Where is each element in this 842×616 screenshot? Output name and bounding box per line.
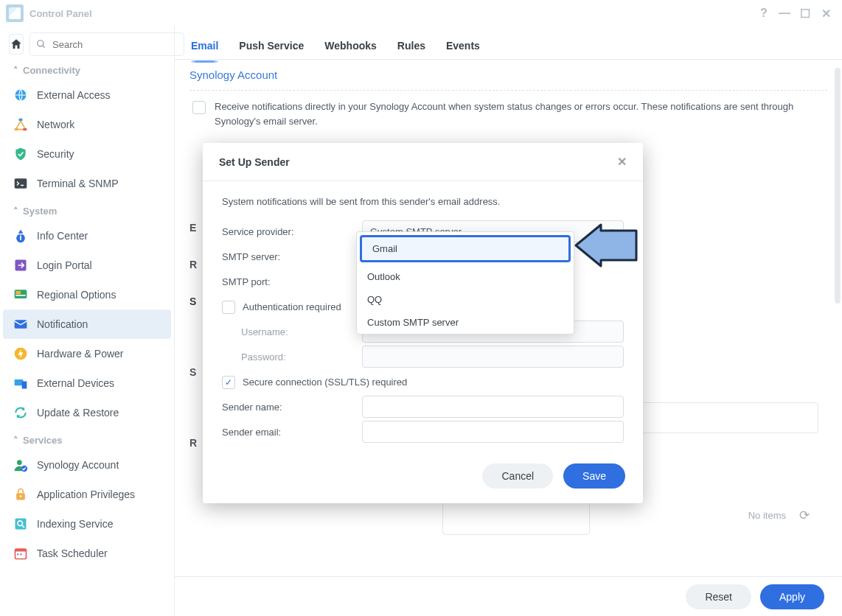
chevron-up-icon: ˄ — [13, 65, 18, 76]
option-qq[interactable]: QQ — [357, 288, 574, 311]
notify-icon — [13, 317, 28, 332]
label-service-provider: Service provider: — [222, 226, 362, 237]
tabs: EmailPush ServiceWebhooksRulesEvents — [175, 27, 842, 60]
sidebar-item-label: Hardware & Power — [37, 348, 124, 360]
svg-rect-6 — [15, 178, 27, 188]
info-icon — [13, 228, 28, 243]
save-button[interactable]: Save — [563, 463, 625, 489]
sidebar-item-label: Application Privileges — [37, 489, 135, 500]
terminal-icon — [13, 176, 28, 191]
sidebar: ˄ Connectivity External AccessNetworkSec… — [0, 27, 175, 616]
sidebar-item-notification[interactable]: Notification — [3, 309, 171, 339]
sidebar-item-regional-options[interactable]: Regional Options — [3, 280, 171, 309]
privileges-icon — [13, 487, 28, 502]
home-button[interactable] — [9, 34, 24, 55]
scrollbar[interactable] — [833, 68, 842, 575]
maximize-icon[interactable]: ☐ — [795, 3, 815, 24]
label-ssl-required: Secure connection (SSL/TLS) required — [243, 377, 407, 388]
label-password: Password: — [222, 351, 362, 363]
sidebar-item-update-restore[interactable]: Update & Restore — [3, 398, 171, 427]
section-header-services[interactable]: ˄ Services — [3, 430, 171, 450]
home-icon — [10, 38, 23, 51]
svg-rect-26 — [15, 549, 27, 551]
label-username: Username: — [222, 326, 362, 337]
ssl-checkbox[interactable]: ✓ — [222, 376, 235, 389]
help-icon[interactable]: ? — [754, 3, 774, 24]
minimize-icon[interactable]: — — [774, 3, 795, 24]
search-icon — [36, 39, 46, 49]
checkbox-icon[interactable] — [192, 101, 206, 114]
option-outlook[interactable]: Outlook — [357, 265, 574, 288]
sidebar-item-label: Security — [37, 148, 74, 160]
sidebar-item-synology-account[interactable]: Synology Account — [3, 450, 171, 480]
tab-rules[interactable]: Rules — [397, 40, 425, 52]
auth-required-checkbox[interactable] — [222, 301, 235, 314]
svg-rect-8 — [20, 236, 21, 240]
modal-close-icon[interactable]: ✕ — [617, 155, 627, 169]
svg-rect-28 — [20, 553, 22, 556]
window: Control Panel ? — ☐ ✕ ˄ Connectivity — [0, 0, 842, 616]
refresh-icon[interactable]: ⟳ — [799, 508, 810, 523]
no-items-label: No items — [748, 510, 786, 521]
tab-push-service[interactable]: Push Service — [239, 40, 304, 52]
devices-icon — [13, 376, 28, 391]
sidebar-item-application-privileges[interactable]: Application Privileges — [3, 480, 171, 509]
close-icon[interactable]: ✕ — [815, 3, 836, 24]
scheduler-icon — [13, 546, 28, 561]
footer: Reset Apply — [175, 576, 842, 616]
network-icon — [13, 117, 28, 132]
tab-email[interactable]: Email — [191, 40, 218, 52]
svg-rect-16 — [15, 379, 24, 385]
tab-events[interactable]: Events — [446, 40, 480, 52]
service-provider-options: GmailOutlookQQCustom SMTP server — [356, 231, 574, 335]
label-smtp-port: SMTP port: — [222, 276, 362, 287]
option-gmail[interactable]: Gmail — [360, 235, 571, 262]
search-box[interactable] — [29, 32, 184, 56]
sidebar-item-terminal-snmp[interactable]: Terminal & SNMP — [3, 169, 171, 198]
svg-point-18 — [17, 460, 22, 465]
sidebar-item-label: Regional Options — [37, 289, 116, 301]
account-icon — [13, 458, 28, 472]
label-smtp-server: SMTP server: — [222, 251, 362, 262]
synology-notifications-row[interactable]: Receive notifications directly in your S… — [189, 97, 827, 131]
section-header-system[interactable]: ˄ System — [3, 201, 171, 221]
sidebar-item-label: Network — [37, 119, 74, 130]
obscured-content: E R S S R — [189, 222, 201, 508]
sidebar-item-task-scheduler[interactable]: Task Scheduler — [3, 539, 171, 568]
sender-name-field[interactable] — [362, 396, 624, 418]
svg-point-21 — [20, 495, 22, 497]
apply-button[interactable]: Apply — [760, 584, 824, 609]
section-header-connectivity[interactable]: ˄ Connectivity — [3, 65, 171, 80]
sidebar-item-external-access[interactable]: External Access — [3, 80, 171, 110]
svg-rect-3 — [15, 128, 18, 130]
svg-rect-27 — [17, 553, 19, 556]
cancel-button[interactable]: Cancel — [482, 463, 553, 489]
sidebar-item-label: Update & Restore — [37, 407, 119, 419]
sidebar-item-label: Task Scheduler — [37, 547, 108, 559]
reset-button[interactable]: Reset — [686, 584, 751, 609]
svg-rect-12 — [15, 291, 21, 294]
tab-webhooks[interactable]: Webhooks — [324, 40, 377, 52]
sidebar-item-external-devices[interactable]: External Devices — [3, 368, 171, 398]
svg-rect-17 — [22, 382, 27, 389]
sidebar-item-hardware-power[interactable]: Hardware & Power — [3, 339, 171, 368]
indexing-icon — [13, 517, 28, 531]
option-custom-smtp-server[interactable]: Custom SMTP server — [357, 311, 574, 334]
sidebar-item-login-portal[interactable]: Login Portal — [3, 251, 171, 280]
label-auth-required: Authentication required — [243, 301, 341, 312]
label-sender-name: Sender name: — [222, 402, 362, 413]
sender-email-field[interactable] — [362, 421, 624, 443]
search-input[interactable] — [51, 38, 178, 51]
sidebar-item-info-center[interactable]: Info Center — [3, 221, 171, 251]
sidebar-item-label: Indexing Service — [37, 518, 114, 530]
portal-icon — [13, 258, 28, 273]
sidebar-item-label: External Access — [37, 89, 111, 101]
globe-icon — [13, 88, 28, 102]
svg-point-0 — [38, 41, 44, 46]
sidebar-item-security[interactable]: Security — [3, 139, 171, 169]
sidebar-item-network[interactable]: Network — [3, 110, 171, 139]
window-title: Control Panel — [29, 8, 92, 19]
section-title-synology-account: Synology Account — [189, 60, 827, 90]
sidebar-item-indexing-service[interactable]: Indexing Service — [3, 509, 171, 539]
password-field[interactable] — [362, 346, 624, 368]
